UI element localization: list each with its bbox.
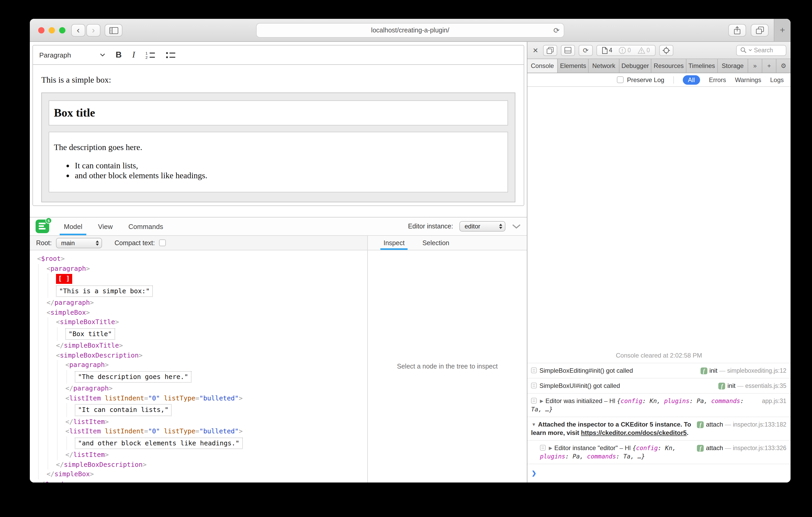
log-item-icon xyxy=(531,398,537,403)
tabs-overflow-button[interactable]: » xyxy=(748,59,762,73)
model-tree-node[interactable]: <listItem listIndent="0" listType="bulle… xyxy=(30,427,367,436)
browser-window: ‹ › localhost/creating-a-plugin/ ⟳ xyxy=(30,19,790,483)
reload-icon[interactable]: ⟳ xyxy=(554,26,559,34)
console-scope-logs[interactable]: Logs xyxy=(770,76,784,83)
model-tree-node[interactable]: "and other block elements like headings.… xyxy=(30,436,367,450)
model-tree-node[interactable]: "The description goes here." xyxy=(30,370,367,384)
editor-content[interactable]: This is a simple box: Box title The desc… xyxy=(33,65,524,206)
devtools-tab-debugger[interactable]: Debugger xyxy=(619,59,651,73)
error-count[interactable]: 0 xyxy=(619,47,631,54)
address-bar[interactable]: localhost/creating-a-plugin/ ⟳ xyxy=(256,23,564,38)
devtools-tab-console[interactable]: Console xyxy=(527,59,558,73)
devtools-tab-network[interactable]: Network xyxy=(589,59,619,73)
disclosure-triangle-icon[interactable]: ▶ xyxy=(540,398,543,403)
model-tree-node[interactable]: "It can contain lists," xyxy=(30,403,367,417)
bold-button[interactable]: B xyxy=(116,50,122,60)
model-tree-node[interactable]: [ ] xyxy=(30,273,367,284)
source-location[interactable]: essentials.js:35 xyxy=(745,382,786,390)
model-tree-node[interactable]: </listItem> xyxy=(30,450,367,460)
collapse-inspector-icon[interactable] xyxy=(512,224,521,229)
close-inspector-button[interactable]: ✕ xyxy=(532,46,539,54)
model-tree-node[interactable]: </listItem> xyxy=(30,417,367,427)
devtools-tab-resources[interactable]: Resources xyxy=(651,59,687,73)
root-label: Root: xyxy=(36,239,52,246)
window-close-button[interactable] xyxy=(38,27,45,33)
model-tree-node[interactable]: </paragraph> xyxy=(30,298,367,308)
devtools-tab-storage[interactable]: Storage xyxy=(718,59,748,73)
inspector-tab-model[interactable]: Model xyxy=(64,217,82,235)
node-panel-tab-selection[interactable]: Selection xyxy=(423,239,450,250)
model-tree-node[interactable]: </paragraph> xyxy=(30,384,367,393)
warning-count[interactable]: 0 xyxy=(638,47,650,54)
share-button[interactable] xyxy=(728,24,746,37)
model-tree-node[interactable]: "This is a simple box:" xyxy=(30,284,367,298)
model-tree-node[interactable]: <simpleBox> xyxy=(30,308,367,317)
reload-page-button[interactable]: ⟳ xyxy=(579,45,593,56)
select-arrows-icon xyxy=(96,240,99,245)
model-tree-node[interactable]: </simpleBoxTitle> xyxy=(30,341,367,351)
simple-box-description[interactable]: The description goes here. It can contai… xyxy=(49,132,508,192)
search-input[interactable]: Search xyxy=(736,45,786,56)
window-zoom-button[interactable] xyxy=(59,27,65,33)
console-scope-errors[interactable]: Errors xyxy=(709,76,726,83)
back-button[interactable]: ‹ xyxy=(71,24,85,37)
console-row[interactable]: fattach — inspector.js:133:182▼Attached … xyxy=(527,417,790,440)
devtools-tab-elements[interactable]: Elements xyxy=(558,59,589,73)
console-scope-warnings[interactable]: Warnings xyxy=(735,76,761,83)
window-minimize-button[interactable] xyxy=(49,27,55,33)
element-picker-button[interactable] xyxy=(659,45,673,56)
source-location[interactable]: app.js:31 xyxy=(762,397,786,405)
preserve-log-checkbox[interactable] xyxy=(617,76,624,83)
bulleted-list-button[interactable] xyxy=(166,51,175,59)
resource-stats: 4 0 xyxy=(597,45,656,56)
settings-gear-icon[interactable]: ⚙ xyxy=(776,59,790,73)
devtools-tab-timelines[interactable]: Timelines xyxy=(687,59,718,73)
model-tree-node[interactable]: <listItem listIndent="0" listType="bulle… xyxy=(30,393,367,403)
forward-button[interactable]: › xyxy=(86,24,100,37)
italic-button[interactable]: I xyxy=(132,50,135,60)
numbered-list-button[interactable]: 1 2 xyxy=(145,51,155,59)
console-row[interactable]: finit — essentials.js:35SimpleBoxUI#init… xyxy=(527,378,790,393)
model-tree-node[interactable]: "Box title" xyxy=(30,327,367,341)
empty-state-message: Select a node in the tree to inspect xyxy=(397,363,498,370)
disclosure-triangle-icon[interactable]: ▼ xyxy=(531,422,536,427)
model-tree-node[interactable]: </simpleBoxDescription> xyxy=(30,460,367,469)
model-tree-node[interactable]: <simpleBoxTitle> xyxy=(30,317,367,327)
node-panel-tab-inspect[interactable]: Inspect xyxy=(383,239,405,250)
preserve-log-label: Preserve Log xyxy=(627,76,664,83)
dock-bottom-icon xyxy=(564,47,571,53)
simple-box-title[interactable]: Box title xyxy=(49,100,508,125)
console-row[interactable]: fattach — inspector.js:133:326▶Editor in… xyxy=(527,440,790,464)
console-message-text: Editor instance "editor" – Hl {config: K… xyxy=(540,444,676,460)
console-row[interactable]: app.js:31▶Editor was initialized – Hl {c… xyxy=(527,393,790,417)
model-tree-node[interactable]: <paragraph> xyxy=(30,360,367,370)
model-tree-node[interactable]: <paragraph> xyxy=(30,264,367,273)
console-prompt[interactable]: ❯ xyxy=(527,464,790,483)
model-tree-node[interactable]: <$root> xyxy=(30,254,367,264)
new-tab-button[interactable]: + xyxy=(774,19,790,41)
source-location[interactable]: simpleboxediting.js:12 xyxy=(727,366,786,375)
sidebar-toggle-button[interactable] xyxy=(105,24,122,37)
compact-text-checkbox[interactable] xyxy=(159,239,166,246)
root-select[interactable]: main xyxy=(56,238,102,248)
disclosure-triangle-icon[interactable]: ▶ xyxy=(549,446,552,451)
undock-button[interactable] xyxy=(543,45,557,56)
source-location[interactable]: inspector.js:133:326 xyxy=(733,444,786,452)
inspector-tab-view[interactable]: View xyxy=(98,217,113,235)
console-scope-all[interactable]: All xyxy=(683,75,700,84)
tab-overview-button[interactable] xyxy=(751,24,768,37)
model-tree-node[interactable]: <simpleBoxDescription> xyxy=(30,351,367,360)
heading-dropdown[interactable]: Paragraph xyxy=(39,51,105,59)
model-tree-node[interactable]: </$root> xyxy=(30,479,367,483)
simple-box-widget[interactable]: Box title The description goes here. It … xyxy=(41,93,515,202)
intro-paragraph[interactable]: This is a simple box: xyxy=(41,75,515,85)
model-tree-node[interactable]: </simpleBox> xyxy=(30,469,367,479)
editor-instance-select[interactable]: editor xyxy=(459,221,505,232)
console-cleared-message: Console cleared at 2:02:58 PM xyxy=(527,348,790,363)
inspector-tab-commands[interactable]: Commands xyxy=(128,217,163,235)
dock-bottom-button[interactable] xyxy=(561,45,575,56)
page-resource-count[interactable]: 4 xyxy=(602,47,612,54)
console-row[interactable]: finit — simpleboxediting.js:12SimpleBoxE… xyxy=(527,363,790,378)
add-tab-button[interactable]: + xyxy=(762,59,776,73)
source-location[interactable]: inspector.js:133:182 xyxy=(733,420,786,429)
